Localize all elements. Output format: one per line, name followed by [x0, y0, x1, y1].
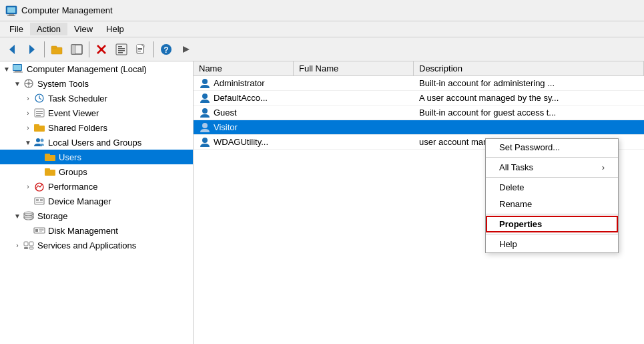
tree-item-services[interactable]: › Services and Applications: [0, 238, 193, 252]
expand-task-scheduler: ›: [24, 94, 32, 102]
tree-item-root[interactable]: ▼ Computer Management (Local): [0, 61, 193, 76]
expand-system-tools: ▼: [13, 79, 21, 88]
cell-name: Administrator: [194, 77, 294, 90]
properties-button[interactable]: [112, 40, 131, 59]
col-header-fullname[interactable]: Full Name: [294, 61, 414, 75]
help-button[interactable]: ?: [157, 40, 176, 59]
cell-desc: Built-in account for guest access t...: [414, 106, 644, 119]
task-scheduler-icon: [33, 92, 45, 104]
expand-disk-management: [24, 226, 32, 234]
open-button[interactable]: [47, 40, 66, 59]
tree-item-device-manager[interactable]: Device Manager: [0, 194, 193, 208]
delete-button[interactable]: [92, 40, 111, 59]
ctx-all-tasks[interactable]: All Tasks ›: [486, 159, 618, 176]
extra-button[interactable]: [177, 40, 196, 59]
performance-icon: [33, 180, 45, 192]
cell-desc: Built-in account for administering ...: [414, 77, 644, 90]
svg-rect-18: [137, 45, 141, 47]
svg-rect-42: [36, 115, 41, 116]
tree-item-groups[interactable]: Groups: [0, 164, 193, 179]
toolbar-separator-3: [153, 41, 154, 57]
tree-item-system-tools[interactable]: ▼ System Tools: [0, 76, 193, 91]
list-row-visitor[interactable]: Visitor: [194, 120, 644, 135]
svg-rect-60: [35, 229, 38, 232]
ctx-delete[interactable]: Delete: [486, 179, 618, 196]
svg-point-71: [202, 138, 208, 143]
tree-label-device-manager: Device Manager: [48, 196, 111, 206]
tree-item-users[interactable]: Users: [0, 150, 193, 164]
tree-item-task-scheduler[interactable]: › Task Scheduler: [0, 91, 193, 106]
ctx-separator-4: [486, 234, 618, 234]
tree-label-shared-folders: Shared Folders: [48, 123, 107, 133]
svg-rect-66: [29, 247, 33, 249]
menu-action[interactable]: Action: [30, 23, 67, 35]
expand-event-viewer: ›: [24, 109, 32, 117]
storage-icon: [23, 210, 35, 222]
tree-item-event-viewer[interactable]: › Event Viewer: [0, 106, 193, 120]
cell-desc: [414, 126, 644, 129]
cell-name: Visitor: [194, 121, 294, 134]
cell-name: WDAGUtility...: [194, 136, 294, 149]
list-row[interactable]: Administrator Built-in account for admin…: [194, 76, 644, 91]
tree-item-local-users[interactable]: ▼ Local Users and Groups: [0, 135, 193, 150]
ctx-set-password[interactable]: Set Password...: [486, 139, 618, 156]
list-row[interactable]: Guest Built-in account for guest access …: [194, 106, 644, 120]
list-row[interactable]: DefaultAcco... A user account managed by…: [194, 91, 644, 106]
svg-rect-55: [36, 202, 43, 203]
svg-point-46: [41, 139, 44, 142]
ctx-separator-3: [486, 214, 618, 214]
cell-name: Guest: [194, 106, 294, 120]
tree-item-disk-management[interactable]: Disk Management: [0, 223, 193, 238]
expand-device-manager: [24, 197, 32, 205]
tree-label-users: Users: [59, 152, 81, 162]
ctx-help[interactable]: Help: [486, 236, 618, 252]
tree-item-performance[interactable]: › Performance: [0, 179, 193, 194]
cell-fullname: [294, 82, 414, 85]
tree-label-task-scheduler: Task Scheduler: [48, 94, 107, 104]
svg-rect-62: [39, 231, 42, 232]
cell-fullname: [294, 126, 414, 129]
svg-point-67: [202, 79, 208, 84]
menu-bar: File Action View Help: [0, 21, 644, 37]
col-header-description[interactable]: Description: [414, 61, 644, 75]
svg-rect-9: [71, 45, 75, 54]
svg-rect-63: [24, 242, 28, 246]
back-button[interactable]: [3, 40, 21, 59]
ctx-properties[interactable]: Properties: [486, 216, 618, 232]
svg-rect-28: [15, 71, 21, 72]
ctx-rename[interactable]: Rename: [486, 196, 618, 212]
forward-button[interactable]: [23, 40, 41, 59]
show-hide-button[interactable]: [67, 40, 86, 59]
computer-icon: [12, 63, 24, 75]
tree-label-system-tools: System Tools: [37, 79, 89, 89]
svg-rect-54: [40, 199, 43, 201]
svg-point-70: [202, 123, 208, 128]
svg-text:?: ?: [164, 45, 168, 55]
expand-storage: ▼: [13, 212, 21, 220]
cell-fullname: [294, 97, 414, 100]
list-panel: Name Full Name Description Administrator…: [194, 61, 644, 344]
svg-rect-27: [13, 65, 21, 70]
svg-point-35: [27, 82, 30, 85]
menu-view[interactable]: View: [67, 23, 99, 35]
tree-item-shared-folders[interactable]: › Shared Folders: [0, 120, 193, 135]
col-header-name[interactable]: Name: [194, 61, 294, 75]
svg-rect-48: [45, 154, 50, 156]
menu-file[interactable]: File: [3, 23, 30, 35]
shared-folders-icon: [33, 122, 45, 134]
svg-rect-41: [36, 113, 43, 114]
expand-root: ▼: [3, 65, 11, 73]
export-button[interactable]: [132, 40, 151, 59]
tree-label-local-users: Local Users and Groups: [48, 138, 141, 148]
expand-users: [35, 153, 43, 161]
svg-rect-43: [34, 126, 45, 132]
cell-fullname: [294, 141, 414, 144]
menu-help[interactable]: Help: [99, 23, 131, 35]
tree-label-storage: Storage: [37, 211, 68, 221]
main-area: ▼ Computer Management (Local) ▼: [0, 61, 644, 344]
svg-rect-16: [118, 52, 123, 53]
expand-local-users: ▼: [24, 138, 32, 146]
app-icon: [5, 5, 17, 17]
svg-rect-47: [45, 155, 55, 161]
tree-item-storage[interactable]: ▼ Storage: [0, 208, 193, 223]
